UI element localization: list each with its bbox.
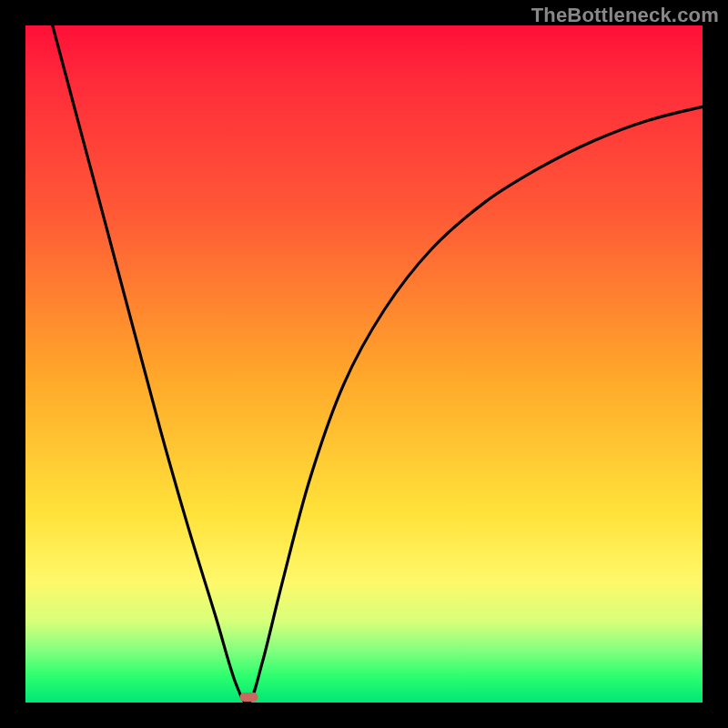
plot-area xyxy=(25,25,703,703)
bottleneck-curve xyxy=(53,25,703,703)
chart-frame: TheBottleneck.com xyxy=(0,0,728,728)
watermark-label: TheBottleneck.com xyxy=(531,4,719,27)
chart-svg xyxy=(25,25,703,703)
min-marker xyxy=(240,693,258,702)
